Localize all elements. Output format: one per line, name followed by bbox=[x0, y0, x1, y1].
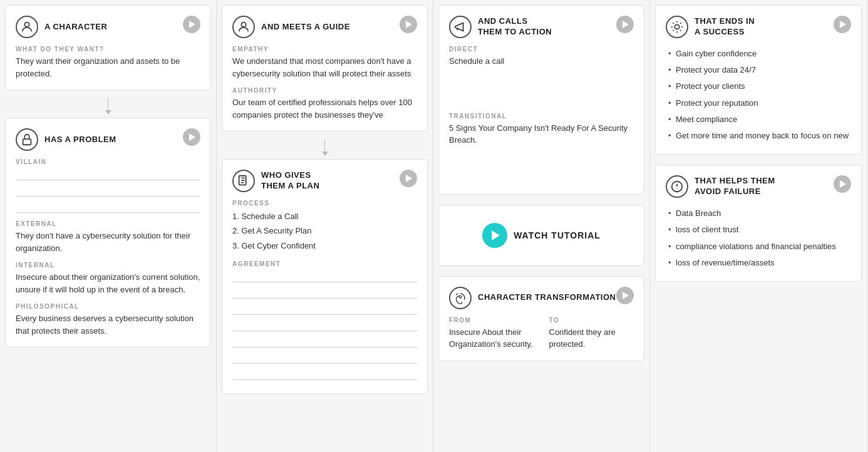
card-title-group-guide: AND MEETS A GUIDE bbox=[232, 16, 350, 38]
fingerprint-icon bbox=[449, 287, 472, 309]
card-title-guide: AND MEETS A GUIDE bbox=[261, 22, 350, 33]
card-title-group-problem: HAS A PROBLEM bbox=[16, 128, 116, 151]
book-icon bbox=[232, 170, 255, 192]
text-from: Insecure About their Organization's secu… bbox=[449, 326, 534, 351]
play-button-transformation[interactable] bbox=[616, 287, 634, 304]
failure-item-3: compliance violations and financial pena… bbox=[666, 239, 851, 255]
svg-point-4 bbox=[459, 295, 462, 298]
label-process: PROCESS bbox=[232, 200, 417, 207]
card-title-a-character: A CHARACTER bbox=[44, 22, 107, 33]
success-bullet-list: Gain cyber confidence Protect your data … bbox=[666, 46, 851, 144]
process-item-2: 2. Get A Security Plan bbox=[232, 223, 417, 238]
card-header-success: THAT ENDS IN A SUCCESS bbox=[666, 16, 851, 38]
card-title-group-success: THAT ENDS IN A SUCCESS bbox=[666, 16, 755, 38]
success-item-3: Protect your clients bbox=[666, 78, 851, 95]
card-title-action: AND CALLS THEM TO ACTION bbox=[478, 16, 552, 38]
card-title-success: THAT ENDS IN A SUCCESS bbox=[695, 16, 755, 38]
agreement-input-4[interactable] bbox=[232, 319, 417, 331]
warning-icon bbox=[666, 175, 688, 198]
label-agreement: AGREEMENT bbox=[232, 260, 417, 267]
success-item-2: Protect your data 24/7 bbox=[666, 62, 851, 78]
agreement-input-7[interactable] bbox=[232, 367, 417, 380]
text-direct: Schedule a call bbox=[449, 55, 634, 68]
text-internal: Insecure about their organization's curr… bbox=[16, 271, 200, 295]
label-from: FROM bbox=[449, 317, 534, 324]
play-button-a-character[interactable] bbox=[183, 16, 200, 33]
play-button-action[interactable] bbox=[616, 16, 634, 33]
label-external: EXTERNAL bbox=[16, 220, 200, 227]
card-header: A CHARACTER bbox=[16, 16, 200, 38]
agreement-input-2[interactable] bbox=[232, 286, 417, 299]
guide-person-icon bbox=[232, 16, 255, 38]
play-button-success[interactable] bbox=[834, 16, 851, 33]
success-item-4: Protect your reputation bbox=[666, 95, 851, 111]
card-watch-tutorial: WATCH TUTORIAL bbox=[438, 205, 644, 266]
card-calls-action: AND CALLS THEM TO ACTION DIRECT Schedule… bbox=[438, 5, 644, 195]
play-button-problem[interactable] bbox=[183, 128, 200, 146]
sun-icon bbox=[666, 16, 688, 38]
villain-input-3[interactable] bbox=[16, 200, 200, 213]
lock-icon bbox=[16, 128, 38, 151]
card-title-group-transformation: CHARACTER TRANSFORMATION bbox=[449, 287, 616, 309]
card-header-transformation: CHARACTER TRANSFORMATION bbox=[449, 287, 634, 309]
card-header-failure: THAT HELPS THEM AVOID FAILURE bbox=[666, 175, 851, 198]
column-3: AND CALLS THEM TO ACTION DIRECT Schedule… bbox=[433, 0, 650, 452]
villain-input-2[interactable] bbox=[16, 184, 200, 197]
text-transitional: 5 Signs Your Company Isn't Ready For A S… bbox=[449, 122, 634, 146]
card-header-action: AND CALLS THEM TO ACTION bbox=[449, 16, 634, 38]
card-title-transformation: CHARACTER TRANSFORMATION bbox=[478, 292, 616, 303]
text-philosophical: Every business deserves a cybersecurity … bbox=[16, 312, 200, 337]
label-philosophical: PHILOSOPHICAL bbox=[16, 303, 200, 310]
arrow-down-icon-2 bbox=[324, 139, 325, 152]
process-item-1: 1. Schedule a Call bbox=[232, 209, 417, 223]
card-ends-success: THAT ENDS IN A SUCCESS Gain cyber confid… bbox=[655, 5, 862, 155]
success-item-1: Gain cyber confidence bbox=[666, 46, 851, 62]
person-icon bbox=[16, 16, 38, 38]
card-header-plan: WHO GIVES THEM A PLAN bbox=[232, 170, 417, 192]
card-has-problem: HAS A PROBLEM VILLAIN EXTERNAL They don'… bbox=[5, 118, 211, 347]
arrow-connector-1 bbox=[0, 95, 216, 113]
play-button-failure[interactable] bbox=[834, 175, 851, 193]
label-what-want: WHAT DO THEY WANT? bbox=[16, 46, 200, 53]
card-character-transformation: CHARACTER TRANSFORMATION FROM Insecure A… bbox=[438, 276, 644, 361]
failure-item-4: loss of revenue/time/assets bbox=[666, 255, 851, 271]
watch-tutorial-label: WATCH TUTORIAL bbox=[514, 230, 601, 240]
agreement-input-6[interactable] bbox=[232, 351, 417, 364]
agreement-input-5[interactable] bbox=[232, 335, 417, 347]
agreement-input-3[interactable] bbox=[232, 302, 417, 315]
svg-point-2 bbox=[241, 23, 245, 27]
play-button-plan[interactable] bbox=[400, 170, 417, 187]
card-title-group: A CHARACTER bbox=[16, 16, 107, 38]
label-villain: VILLAIN bbox=[16, 158, 200, 165]
svg-point-0 bbox=[24, 23, 29, 27]
svg-rect-1 bbox=[23, 139, 31, 145]
watch-play-icon bbox=[482, 223, 507, 248]
play-button-guide[interactable] bbox=[400, 16, 417, 33]
text-authority: Our team of certified professionals help… bbox=[232, 96, 417, 121]
success-item-5: Meet compliance bbox=[666, 111, 851, 128]
label-transitional: TRANSITIONAL bbox=[449, 113, 634, 120]
label-internal: INTERNAL bbox=[16, 262, 200, 269]
card-title-problem: HAS A PROBLEM bbox=[44, 135, 116, 145]
watch-tutorial-button[interactable]: WATCH TUTORIAL bbox=[482, 218, 601, 253]
text-empathy: We understand that most companies don't … bbox=[232, 55, 417, 80]
svg-point-5 bbox=[674, 24, 679, 29]
card-header-guide: AND MEETS A GUIDE bbox=[232, 16, 417, 38]
card-meets-guide: AND MEETS A GUIDE EMPATHY We understand … bbox=[222, 5, 428, 131]
failure-bullet-list: Data Breach loss of client trust complia… bbox=[666, 205, 851, 271]
failure-item-2: loss of client trust bbox=[666, 222, 851, 238]
card-gives-plan: WHO GIVES THEM A PLAN PROCESS 1. Schedul… bbox=[222, 159, 428, 394]
text-what-want: They want their organization and assets … bbox=[16, 55, 200, 80]
arrow-connector-2 bbox=[217, 136, 433, 154]
arrow-down-icon bbox=[108, 98, 108, 110]
column-1: A CHARACTER WHAT DO THEY WANT? They want… bbox=[0, 0, 217, 452]
villain-input-1[interactable] bbox=[16, 168, 200, 180]
card-title-group-failure: THAT HELPS THEM AVOID FAILURE bbox=[666, 175, 775, 198]
process-item-3: 3. Get Cyber Confident bbox=[232, 239, 417, 253]
agreement-input-1[interactable] bbox=[232, 270, 417, 282]
card-title-plan: WHO GIVES THEM A PLAN bbox=[261, 170, 319, 192]
card-title-group-action: AND CALLS THEM TO ACTION bbox=[449, 16, 552, 38]
label-to: TO bbox=[549, 317, 634, 324]
megaphone-icon bbox=[449, 16, 472, 38]
card-header-problem: HAS A PROBLEM bbox=[16, 128, 200, 151]
